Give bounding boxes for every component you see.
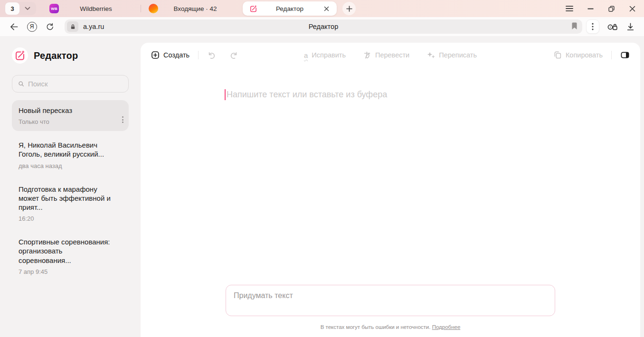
plus-icon — [346, 6, 352, 12]
rewrite-button[interactable]: Переписать — [426, 51, 477, 59]
back-arrow-icon — [9, 23, 19, 31]
undo-icon — [207, 50, 217, 60]
more-link[interactable]: Подробнее — [432, 324, 461, 330]
search-icon — [18, 80, 24, 87]
lock-icon — [70, 24, 76, 30]
list-item-gogol[interactable]: Я, Николай Васильевич Гоголь, великий ру… — [12, 135, 129, 175]
copy-button[interactable]: Копировать — [553, 51, 603, 59]
translate-label: Перевести — [375, 51, 409, 59]
search-input[interactable] — [28, 80, 123, 88]
undo-button[interactable] — [207, 50, 217, 60]
tab-divider — [141, 5, 141, 12]
window-minimize-button[interactable] — [583, 2, 597, 15]
toggle-panel-button[interactable] — [620, 50, 630, 60]
browser-toolbar: Я a.ya.ru Редактор — [0, 17, 644, 36]
new-tab-button[interactable] — [342, 2, 356, 15]
sparkle-icon — [426, 51, 435, 59]
spellcheck-icon: а — [304, 52, 308, 59]
editor-area[interactable]: Напишите текст или вставьте из буфера — [225, 89, 387, 100]
address-bar[interactable]: a.ya.ru Редактор — [65, 19, 582, 34]
tab-title: Входящие · 42 — [158, 5, 232, 12]
tab-editor-active[interactable]: Редактор — [243, 1, 337, 16]
editor-card: Создать — [141, 43, 640, 337]
doc-time: 7 апр 9:45 — [19, 268, 116, 275]
minimize-icon — [587, 8, 594, 9]
app-header: Редактор — [12, 47, 129, 64]
tab-list-chevron[interactable] — [19, 7, 36, 10]
prompt-input[interactable] — [226, 285, 555, 316]
toolbar-divider — [611, 51, 612, 59]
passwords-button[interactable] — [605, 19, 619, 34]
toolbar-right-group: Копировать — [553, 50, 630, 60]
plus-square-icon — [151, 51, 160, 59]
doc-title: Новый пересказ — [19, 106, 116, 115]
app-title: Редактор — [34, 50, 78, 61]
page-title: Редактор — [65, 23, 582, 30]
redo-button[interactable] — [229, 50, 238, 60]
search-box[interactable] — [12, 75, 129, 93]
tab-wildberries[interactable]: WB Wildberries — [44, 1, 139, 16]
sidebar: Редактор Новый пересказ Только что Я, Ни… — [0, 36, 141, 337]
document-list: Новый пересказ Только что Я, Николай Вас… — [12, 100, 129, 281]
list-item-marathon[interactable]: Подготовка к марафону может быть эффекти… — [12, 179, 129, 228]
editor-favicon-icon — [248, 4, 258, 13]
text-caret — [225, 89, 226, 100]
download-icon — [626, 22, 635, 31]
window-restore-button[interactable] — [604, 2, 618, 15]
restore-icon — [608, 5, 615, 12]
back-button[interactable] — [7, 19, 21, 34]
browser-menu-button[interactable] — [562, 2, 577, 15]
wildberries-icon: WB — [49, 4, 59, 13]
url-text: a.ya.ru — [83, 23, 104, 30]
tab-close-icon[interactable] — [322, 4, 331, 13]
downloads-button[interactable] — [623, 19, 637, 34]
tab-count: 3 — [5, 2, 19, 15]
create-label: Создать — [163, 51, 189, 59]
rewrite-label: Переписать — [439, 51, 477, 59]
chevron-down-icon — [25, 7, 30, 10]
toolbar-divider — [198, 51, 199, 59]
fix-button[interactable]: а Исправить — [304, 51, 346, 59]
create-button[interactable]: Создать — [151, 51, 189, 59]
key-lock-icon — [607, 22, 618, 31]
editor-logo-icon — [12, 47, 28, 64]
yandex-mail-icon — [149, 4, 158, 13]
doc-title: Спортивные соревнования: организовать со… — [19, 237, 116, 265]
doc-time: 16:20 — [19, 215, 116, 222]
toolbar-left-group: Создать — [151, 50, 238, 60]
window-close-button[interactable] — [625, 2, 639, 15]
yandex-icon: Я — [27, 22, 37, 32]
translate-icon — [363, 51, 371, 59]
browser-tab-bar: 3 WB Wildberries Входящие · 42 Редактор — [0, 0, 644, 17]
reload-button[interactable] — [43, 19, 57, 34]
site-menu-button[interactable] — [586, 19, 599, 34]
window-controls — [556, 2, 639, 15]
editor-placeholder: Напишите текст или вставьте из буфера — [227, 90, 387, 100]
tab-counter-button[interactable]: 3 — [5, 2, 36, 15]
prompt-box[interactable] — [226, 285, 555, 316]
hamburger-icon — [566, 6, 573, 11]
editor-toolbar: Создать — [141, 43, 640, 67]
redo-icon — [229, 50, 238, 60]
copy-icon — [553, 51, 562, 59]
doc-time: два часа назад — [19, 162, 116, 169]
list-item-new-summary[interactable]: Новый пересказ Только что — [12, 100, 129, 131]
copy-label: Копировать — [566, 51, 603, 59]
doc-time: Только что — [19, 118, 116, 125]
disclaimer: В текстах могут быть ошибки и неточности… — [141, 324, 640, 330]
tab-inbox[interactable]: Входящие · 42 — [143, 1, 238, 16]
bookmark-icon[interactable] — [571, 22, 578, 30]
item-menu-kebab-icon[interactable] — [122, 116, 123, 123]
reload-icon — [46, 22, 54, 31]
translate-button[interactable]: Перевести — [363, 51, 409, 59]
tab-title: Wildberries — [59, 5, 133, 12]
kebab-icon — [592, 23, 594, 30]
doc-title: Подготовка к марафону может быть эффекти… — [19, 185, 116, 212]
yandex-services-button[interactable]: Я — [25, 19, 39, 34]
fix-label: Исправить — [312, 51, 346, 59]
app-content: Редактор Новый пересказ Только что Я, Ни… — [0, 36, 644, 337]
split-view-icon — [620, 50, 630, 60]
list-item-competitions[interactable]: Спортивные соревнования: организовать со… — [12, 232, 129, 281]
secure-lock-badge[interactable] — [67, 21, 78, 32]
doc-title: Я, Николай Васильевич Гоголь, великий ру… — [19, 140, 116, 159]
